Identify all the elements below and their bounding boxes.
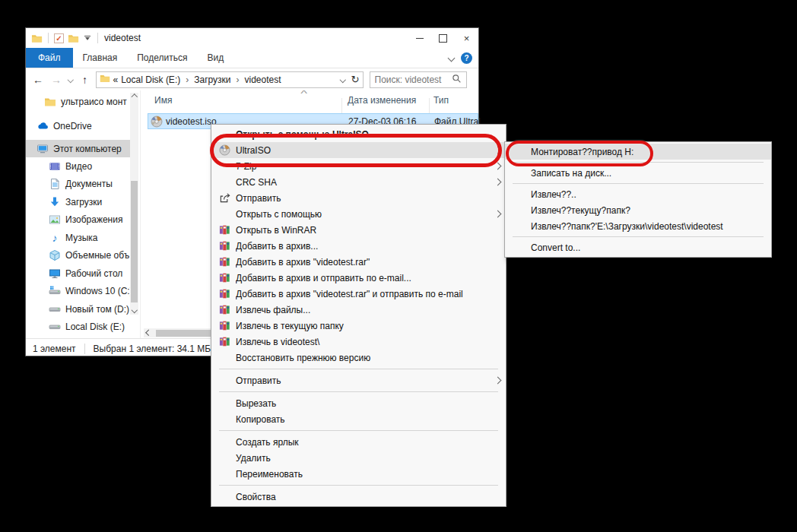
context-menu-item-crc-sha[interactable]: CRC SHA	[211, 174, 506, 190]
menu-item-label: Копировать	[236, 414, 492, 425]
winrar-icon	[214, 240, 236, 252]
menu-item-label: Открыть с помощью	[236, 209, 492, 220]
menu-item-label: Convert to...	[507, 242, 769, 253]
sidebar-item-ultraiso-folder[interactable]: ультраисо монт	[26, 93, 131, 110]
windows-drive-icon	[49, 285, 61, 297]
sidebar-item-label: Видео	[65, 161, 92, 172]
close-icon: ×	[464, 33, 470, 43]
forward-button[interactable]: →	[49, 74, 64, 86]
column-header-modified[interactable]: Дата изменения	[348, 95, 416, 106]
sidebar-item-3d-objects[interactable]: Объемные объ	[26, 247, 131, 265]
context-menu-item-properties[interactable]: Свойства	[211, 489, 506, 505]
context-menu-item-extract-to-videotest[interactable]: Извлечь в videotest\	[211, 334, 506, 350]
breadcrumb-segment-downloads[interactable]: Загрузки	[194, 74, 230, 85]
sidebar-item-drive-c[interactable]: Windows 10 (C:)	[26, 283, 131, 301]
qat-properties-icon[interactable]: ✓	[54, 33, 64, 43]
refresh-icon[interactable]: ↻	[351, 74, 360, 85]
tab-view[interactable]: Вид	[197, 48, 233, 68]
context-menu-item-open-in-winrar[interactable]: Открыть в WinRAR	[211, 222, 506, 238]
sidebar-item-desktop[interactable]: Рабочий стол	[26, 264, 131, 283]
sidebar-item-pictures[interactable]: Изображения	[26, 211, 131, 230]
column-divider[interactable]	[341, 98, 342, 113]
context-menu-item-rename[interactable]: Переименовать	[211, 466, 506, 482]
sidebar-item-downloads[interactable]: Загрузки	[26, 193, 131, 211]
sidebar-item-label: Объемные объ	[65, 250, 129, 261]
sidebar-item-onedrive[interactable]: OneDrive	[26, 117, 131, 135]
sidebar-scrollbar-thumb[interactable]	[131, 181, 138, 302]
winrar-icon	[214, 288, 236, 299]
tab-home[interactable]: Главная	[73, 48, 128, 68]
context-menu-item-add-to-archive[interactable]: Добавить в архив...	[211, 238, 506, 254]
close-button[interactable]: ×	[455, 28, 478, 48]
expand-ribbon-icon[interactable]	[448, 54, 456, 62]
tab-share[interactable]: Поделиться	[127, 48, 197, 68]
picture-icon	[49, 214, 61, 226]
scroll-left-icon[interactable]	[144, 331, 154, 335]
sidebar-item-label: Изображения	[65, 214, 122, 225]
submenu-item-extract-to-path[interactable]: Извлеч??папк?'E:\Загрузки\videotest\vide…	[505, 218, 771, 234]
context-menu-item-delete[interactable]: Удалить	[211, 450, 506, 466]
column-divider[interactable]	[429, 98, 430, 113]
winrar-icon	[214, 304, 236, 315]
column-header-type[interactable]: Тип	[433, 95, 449, 106]
menu-item-label: Вырезать	[236, 398, 492, 409]
scroll-down-icon[interactable]	[130, 306, 138, 315]
qat-customize-dropdown-icon[interactable]	[83, 36, 92, 40]
submenu-arrow-icon	[492, 179, 503, 185]
context-menu-item-create-shortcut[interactable]: Создать ярлык	[211, 434, 506, 450]
qat-new-folder-icon[interactable]	[68, 33, 79, 44]
menu-separator	[513, 183, 764, 184]
context-menu-item-copy[interactable]: Копировать	[211, 411, 506, 427]
column-header-name[interactable]: Имя	[154, 95, 172, 106]
sidebar-item-this-pc[interactable]: Этот компьютер	[26, 140, 131, 157]
submenu-arrow-icon	[492, 378, 503, 383]
search-icon	[452, 74, 462, 86]
sidebar-item-drive-d[interactable]: Новый том (D:)	[26, 300, 131, 318]
back-button[interactable]: ←	[30, 74, 46, 86]
sidebar-item-label: Windows 10 (C:)	[65, 286, 131, 296]
breadcrumb-segment-videotest[interactable]: videotest	[245, 74, 281, 85]
address-bar[interactable]: « Local Disk (E:) › Загрузки › videotest…	[96, 71, 364, 88]
sidebar-item-drive-e[interactable]: Local Disk (E:)	[26, 318, 131, 337]
context-menu-item-restore-previous[interactable]: Восстановить прежнюю версию	[211, 350, 506, 366]
recent-locations-icon[interactable]	[68, 77, 74, 83]
context-menu-item-cut[interactable]: Вырезать	[211, 395, 506, 411]
sidebar-item-label: Музыка	[65, 233, 97, 243]
menu-separator	[513, 236, 764, 237]
context-menu-item-add-named-and-email[interactable]: Добавить в архив "videotest.rar" и отпра…	[211, 286, 506, 302]
submenu-item-extract-current-folder[interactable]: Извлеч??текущу?папк?	[505, 202, 771, 218]
winrar-icon	[214, 320, 236, 331]
sidebar-item-label: Документы	[65, 179, 113, 189]
context-menu-item-add-to-archive-named[interactable]: Добавить в архив "videotest.rar"	[211, 254, 506, 270]
breadcrumb-chevron: ›	[183, 74, 191, 85]
submenu-item-extract[interactable]: Извлеч??..	[505, 186, 771, 202]
tab-file[interactable]: Файл	[26, 48, 73, 68]
submenu-arrow-icon	[492, 211, 503, 217]
context-menu-item-extract-files[interactable]: Извлечь файлы...	[211, 302, 506, 318]
address-dropdown-icon[interactable]	[340, 77, 346, 83]
breadcrumb-segment-drive[interactable]: Local Disk (E:)	[121, 74, 180, 85]
scroll-up-icon[interactable]	[130, 93, 138, 102]
search-input[interactable]: Поиск: videotest	[370, 71, 467, 88]
context-menu-item-add-and-email[interactable]: Добавить в архив и отправить по e-mail..…	[211, 270, 506, 286]
submenu-item-burn-to-disc[interactable]: Записать на диск...	[505, 165, 771, 181]
menu-item-label: Извлечь в videotest\	[236, 337, 492, 347]
help-icon[interactable]: ?	[461, 52, 472, 64]
submenu-item-convert-to[interactable]: Convert to...	[505, 239, 771, 255]
maximize-button[interactable]	[431, 28, 455, 48]
up-button[interactable]: ↑	[78, 74, 93, 86]
minimize-button[interactable]	[408, 28, 431, 48]
sidebar-item-videos[interactable]: Видео	[26, 157, 131, 176]
drive-icon	[49, 321, 61, 333]
context-menu-item-send-to[interactable]: Отправить	[211, 372, 506, 388]
context-menu-item-share[interactable]: Отправить	[211, 190, 506, 206]
selection-summary: Выбран 1 элемент: 34.1 МБ	[94, 344, 211, 354]
sidebar-scrollbar[interactable]	[130, 93, 138, 315]
sidebar-item-music[interactable]: ♪ Музыка	[26, 229, 131, 247]
sort-ascending-icon: ^	[300, 89, 307, 98]
context-menu-item-extract-here[interactable]: Извлечь в текущую папку	[211, 318, 506, 334]
file-name: videotest.iso	[166, 116, 217, 127]
context-menu-item-open-with[interactable]: Открыть с помощью	[211, 206, 506, 222]
menu-item-label: Отправить	[236, 375, 492, 386]
sidebar-item-documents[interactable]: Документы	[26, 176, 131, 194]
